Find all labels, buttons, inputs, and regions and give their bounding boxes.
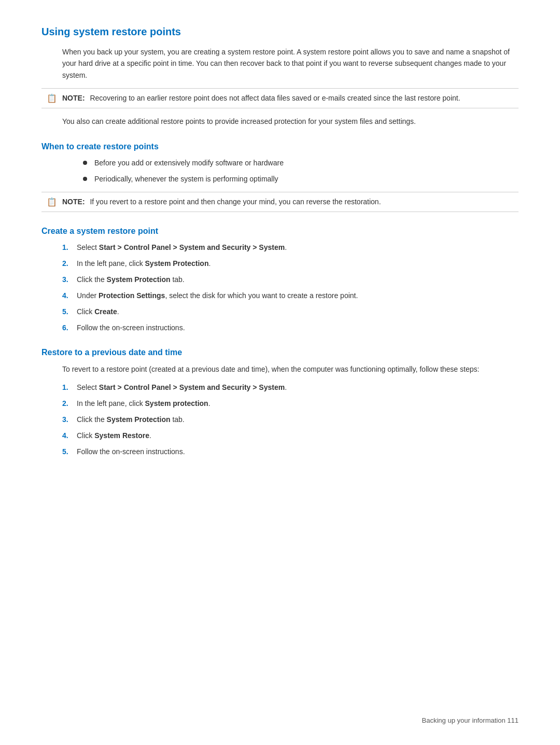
- create-restore-title: Create a system restore point: [41, 227, 519, 236]
- table-row: 4. Click System Restore.: [62, 430, 519, 441]
- step-number: 2.: [62, 398, 77, 409]
- list-item: Periodically, whenever the system is per…: [83, 174, 519, 185]
- step-number: 3.: [62, 414, 77, 425]
- step-text: Select Start > Control Panel > System an…: [77, 382, 287, 393]
- list-item: Before you add or extensively modify sof…: [83, 158, 519, 168]
- table-row: 2. In the left pane, click System protec…: [62, 398, 519, 409]
- note-label-1: NOTE:: [62, 94, 85, 102]
- step-text: Click Create.: [77, 306, 119, 317]
- step-number: 5.: [62, 446, 77, 457]
- note-content-2: If you revert to a restore point and the…: [90, 198, 381, 206]
- bullet-dot: [83, 177, 87, 181]
- table-row: 1. Select Start > Control Panel > System…: [62, 382, 519, 393]
- note-text-2: NOTE: If you revert to a restore point a…: [62, 196, 381, 207]
- note-box-1: 📋 NOTE: Recovering to an earlier restore…: [41, 88, 519, 108]
- note-icon-1: 📋: [47, 93, 57, 103]
- main-title: Using system restore points: [41, 26, 519, 38]
- restore-previous-title: Restore to a previous date and time: [41, 348, 519, 357]
- step-number: 1.: [62, 242, 77, 253]
- restore-previous-steps: 1. Select Start > Control Panel > System…: [62, 382, 519, 457]
- step-text: Follow the on-screen instructions.: [77, 322, 185, 333]
- step-text: In the left pane, click System Protectio…: [77, 258, 211, 269]
- step-text: Under Protection Settings, select the di…: [77, 290, 358, 301]
- step-text: Click the System Protection tab.: [77, 414, 185, 425]
- table-row: 5. Click Create.: [62, 306, 519, 317]
- page-content: Using system restore points When you bac…: [41, 26, 519, 457]
- step-number: 4.: [62, 430, 77, 441]
- note-label-2: NOTE:: [62, 198, 85, 206]
- step-number: 4.: [62, 290, 77, 301]
- page-footer: Backing up your information 111: [422, 716, 519, 724]
- bullet-text-1: Before you add or extensively modify sof…: [94, 158, 284, 168]
- step-number: 5.: [62, 306, 77, 317]
- bullet-dot: [83, 161, 87, 165]
- step-text: Click the System Protection tab.: [77, 274, 185, 285]
- note-box-2: 📋 NOTE: If you revert to a restore point…: [41, 192, 519, 212]
- table-row: 2. In the left pane, click System Protec…: [62, 258, 519, 269]
- step-text: Click System Restore.: [77, 430, 151, 441]
- create-restore-steps: 1. Select Start > Control Panel > System…: [62, 242, 519, 333]
- when-to-create-bullets: Before you add or extensively modify sof…: [83, 158, 519, 185]
- step-number: 6.: [62, 322, 77, 333]
- note-icon-2: 📋: [47, 197, 57, 207]
- step-text: Follow the on-screen instructions.: [77, 446, 185, 457]
- restore-previous-intro: To revert to a restore point (created at…: [62, 363, 519, 375]
- step-number: 2.: [62, 258, 77, 269]
- table-row: 4. Under Protection Settings, select the…: [62, 290, 519, 301]
- step-number: 3.: [62, 274, 77, 285]
- when-to-create-title: When to create restore points: [41, 142, 519, 151]
- table-row: 3. Click the System Protection tab.: [62, 274, 519, 285]
- intro-paragraph-2: You also can create additional restore p…: [62, 116, 519, 127]
- note-content-1: Recovering to an earlier restore point d…: [90, 94, 460, 102]
- bullet-text-2: Periodically, whenever the system is per…: [94, 174, 278, 185]
- step-number: 1.: [62, 382, 77, 393]
- table-row: 6. Follow the on-screen instructions.: [62, 322, 519, 333]
- table-row: 1. Select Start > Control Panel > System…: [62, 242, 519, 253]
- table-row: 5. Follow the on-screen instructions.: [62, 446, 519, 457]
- table-row: 3. Click the System Protection tab.: [62, 414, 519, 425]
- intro-paragraph-1: When you back up your system, you are cr…: [62, 46, 519, 81]
- note-text-1: NOTE: Recovering to an earlier restore p…: [62, 93, 460, 104]
- step-text: Select Start > Control Panel > System an…: [77, 242, 287, 253]
- step-text: In the left pane, click System protectio…: [77, 398, 211, 409]
